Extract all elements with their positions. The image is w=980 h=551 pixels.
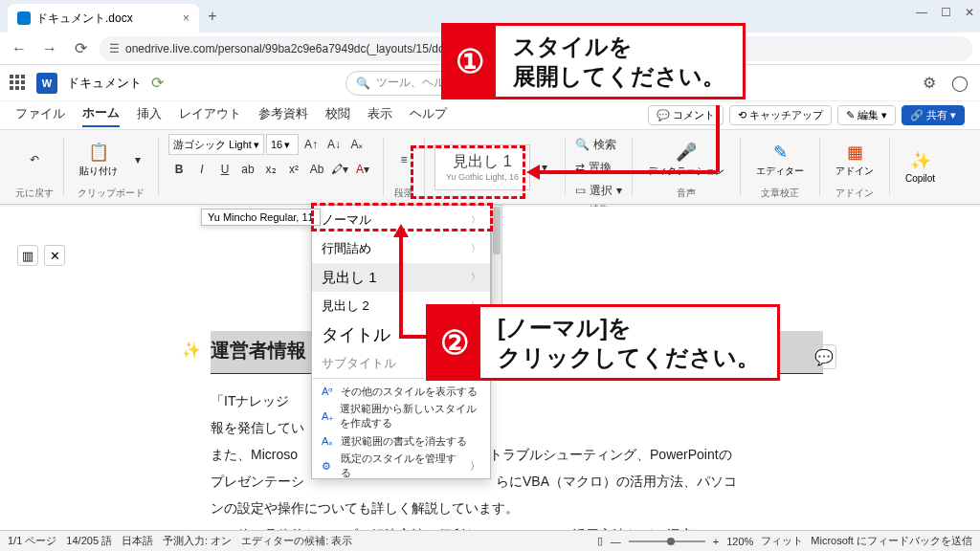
tab-review[interactable]: 校閲 xyxy=(325,105,350,126)
case-button[interactable]: Ab xyxy=(306,159,327,180)
catchup-button[interactable]: ⟲ キャッチアップ xyxy=(729,105,832,125)
maximize-button[interactable]: ☐ xyxy=(941,6,951,19)
arrow-1-head xyxy=(526,165,540,180)
window-controls: — ☐ ✕ xyxy=(916,6,974,19)
italic-button[interactable]: I xyxy=(191,159,212,180)
style-action-more[interactable]: Aᵅその他のスタイルを表示する xyxy=(312,379,490,404)
style-preview[interactable]: 見出し 1 Yu Gothic Light, 16 xyxy=(434,144,530,190)
highlight-button[interactable]: 🖍▾ xyxy=(329,159,350,180)
status-words[interactable]: 14/205 語 xyxy=(66,534,112,548)
app-launcher-icon[interactable] xyxy=(10,75,27,92)
style-action-create[interactable]: A₊選択範囲から新しいスタイルを作成する xyxy=(312,404,490,429)
tab-title: ドキュメント.docx xyxy=(36,11,133,27)
document-name[interactable]: ドキュメント xyxy=(67,75,142,92)
undo-label: 元に戻す xyxy=(15,187,54,200)
subscript-button[interactable]: x₂ xyxy=(260,159,281,180)
bold-button[interactable]: B xyxy=(168,159,189,180)
increase-font-button[interactable]: A↑ xyxy=(301,134,322,155)
account-icon[interactable]: ◯ xyxy=(949,73,970,94)
back-button[interactable]: ← xyxy=(8,37,31,60)
zoom-slider[interactable] xyxy=(629,540,705,542)
tab-close-icon[interactable]: × xyxy=(183,11,189,25)
status-lang[interactable]: 日本語 xyxy=(122,534,153,548)
url-text: onedrive.live.com/personal/99ba2c9e6a794… xyxy=(125,42,451,55)
font-size-select[interactable]: 16 ▾ xyxy=(266,134,299,155)
new-tab-button[interactable]: + xyxy=(199,8,226,25)
addins-button[interactable]: ▦アドイン xyxy=(830,140,880,180)
tab-help[interactable]: ヘルプ xyxy=(410,105,447,126)
status-predict[interactable]: 予測入力: オン xyxy=(163,534,232,548)
tab-home[interactable]: ホーム xyxy=(82,104,120,127)
superscript-button[interactable]: x² xyxy=(283,159,304,180)
status-page[interactable]: 1/1 ページ xyxy=(8,534,56,548)
clipboard-more-button[interactable]: ▾ xyxy=(127,149,148,170)
style-action-manage[interactable]: ⚙既定のスタイルを管理する〉 xyxy=(312,453,490,478)
browser-tab[interactable]: ドキュメント.docx × xyxy=(8,4,199,33)
ribbon: ↶ 元に戻す 📋貼り付け ▾ クリップボード 游ゴシック Light ▾ 16 … xyxy=(0,130,980,205)
tab-insert[interactable]: 挿入 xyxy=(137,105,162,126)
copilot-button[interactable]: ✨Copilot xyxy=(900,148,941,186)
nav-pane-icon[interactable]: ▥ xyxy=(17,245,38,266)
reload-button[interactable]: ⟳ xyxy=(69,37,92,60)
side-panel: ▥ ✕ xyxy=(17,245,65,266)
feedback-link[interactable]: Microsoft にフィードバックを送信 xyxy=(811,534,972,548)
callout-2: ② [ノーマル]をクリックしてください。 xyxy=(426,304,780,381)
strike-button[interactable]: ab xyxy=(237,159,258,180)
arrow-1v xyxy=(716,105,720,172)
site-info-icon[interactable]: ☰ xyxy=(109,42,120,55)
underline-button[interactable]: U xyxy=(214,159,235,180)
word-logo-icon: W xyxy=(36,73,57,94)
window-close-button[interactable]: ✕ xyxy=(965,6,974,19)
decrease-font-button[interactable]: A↓ xyxy=(323,134,345,155)
comment-button[interactable]: 💬 コメント xyxy=(648,105,724,125)
replace-button[interactable]: ⇄ 置換 xyxy=(575,157,612,178)
search-icon: 🔍 xyxy=(356,77,370,90)
select-button[interactable]: ▭ 選択 ▾ xyxy=(575,180,622,201)
tab-favicon xyxy=(17,11,31,25)
tab-references[interactable]: 参考資料 xyxy=(258,105,308,126)
zoom-value[interactable]: 120% xyxy=(726,536,753,547)
arrow-1h xyxy=(536,170,718,174)
edit-mode-button[interactable]: ✎ 編集 ▾ xyxy=(837,105,896,125)
callout-1: ① スタイルを展開してください。 xyxy=(441,23,746,99)
close-pane-icon[interactable]: ✕ xyxy=(44,245,65,266)
arrow-2v xyxy=(399,233,403,335)
status-editor[interactable]: エディターの候補: 表示 xyxy=(241,534,352,548)
fit-button[interactable]: フィット xyxy=(761,534,803,548)
clear-format-button[interactable]: Aₓ xyxy=(346,134,368,155)
tab-layout[interactable]: レイアウト xyxy=(179,105,241,126)
find-button[interactable]: 🔍 検索 xyxy=(575,134,616,155)
style-action-clear[interactable]: Aₓ選択範囲の書式を消去する xyxy=(312,429,490,453)
settings-icon[interactable]: ⚙ xyxy=(919,73,940,94)
sync-icon[interactable]: ⟳ xyxy=(151,74,164,92)
undo-button[interactable]: ↶ xyxy=(24,149,45,170)
arrow-2-head xyxy=(393,224,409,237)
share-button[interactable]: 🔗 共有 ▾ xyxy=(902,105,965,125)
paste-button[interactable]: 📋貼り付け xyxy=(74,140,123,180)
font-name-select[interactable]: 游ゴシック Light ▾ xyxy=(168,134,264,155)
view-mode-icon[interactable]: ▯ xyxy=(597,535,603,547)
bullets-button[interactable]: ≡ xyxy=(393,149,414,170)
tab-view[interactable]: 表示 xyxy=(368,105,392,126)
copilot-inline-icon[interactable]: ✨ xyxy=(182,341,201,359)
minimize-button[interactable]: — xyxy=(916,6,927,19)
tab-file[interactable]: ファイル xyxy=(15,105,65,126)
forward-button[interactable]: → xyxy=(38,37,61,60)
status-bar: 1/1 ページ 14/205 語 日本語 予測入力: オン エディターの候補: … xyxy=(0,530,980,551)
editor-button[interactable]: ✎エディター xyxy=(750,140,810,180)
ribbon-tabs: ファイル ホーム 挿入 レイアウト 参考資料 校閲 表示 ヘルプ 💬 コメント … xyxy=(0,101,980,130)
comment-indicator-icon[interactable]: 💬 xyxy=(812,344,836,369)
font-color-button[interactable]: A▾ xyxy=(352,159,373,180)
font-tooltip: Yu Mincho Regular, 11 xyxy=(201,209,321,226)
arrow-2h xyxy=(399,335,428,339)
